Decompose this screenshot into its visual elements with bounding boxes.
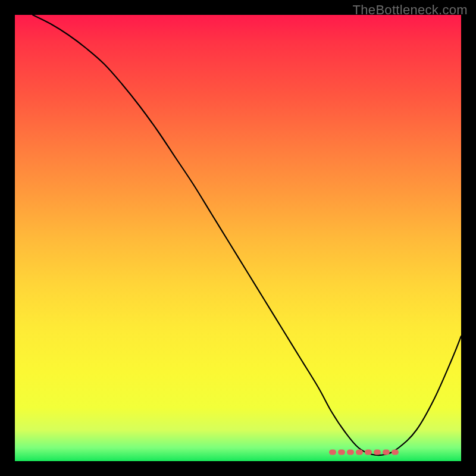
plot-area bbox=[15, 15, 461, 461]
bottleneck-curve bbox=[33, 15, 461, 455]
bottleneck-curve-svg bbox=[15, 15, 461, 461]
watermark-text: TheBottleneck.com bbox=[353, 2, 468, 18]
chart-frame: TheBottleneck.com bbox=[0, 0, 476, 476]
